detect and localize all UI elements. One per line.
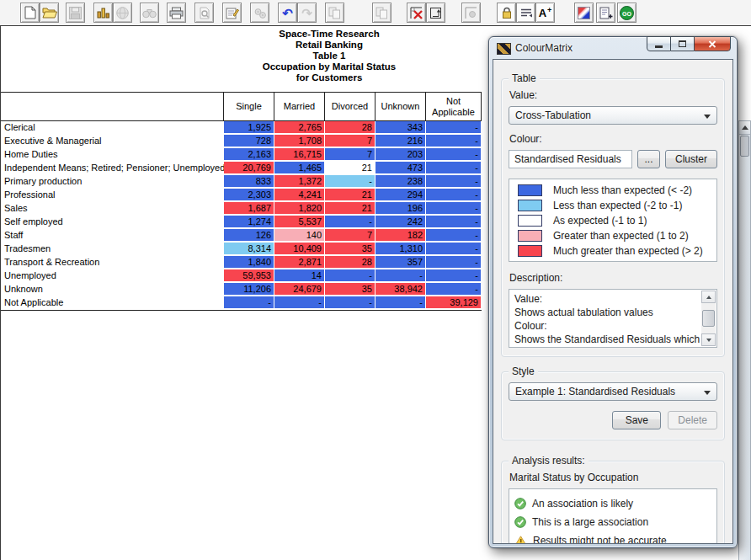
scroll-down-button[interactable] bbox=[701, 333, 716, 346]
table-cell[interactable]: - bbox=[426, 243, 482, 256]
font-size-button[interactable]: A+ bbox=[535, 3, 555, 23]
print-button[interactable] bbox=[167, 3, 186, 23]
table-cell[interactable]: 21 bbox=[325, 189, 376, 202]
go-button[interactable]: GO bbox=[617, 3, 636, 23]
table-cell[interactable]: 28 bbox=[325, 121, 376, 135]
main-vertical-scrollbar[interactable] bbox=[738, 120, 751, 560]
table-cell[interactable]: 4,241 bbox=[274, 189, 325, 202]
table-cell[interactable]: 5,537 bbox=[274, 216, 325, 229]
table-cell[interactable]: - bbox=[426, 269, 482, 283]
table-cell[interactable]: 16,715 bbox=[274, 148, 325, 162]
table-cell[interactable]: 8,314 bbox=[224, 243, 274, 256]
table-cell[interactable]: 126 bbox=[224, 229, 274, 243]
table-cell[interactable]: - bbox=[325, 216, 376, 229]
edit-table-button[interactable] bbox=[222, 3, 242, 23]
table-cell[interactable]: - bbox=[426, 189, 482, 202]
table-cell[interactable]: 2,163 bbox=[224, 148, 274, 162]
table-cell[interactable]: 238 bbox=[376, 175, 426, 189]
table-cell[interactable]: 1,840 bbox=[224, 256, 274, 269]
colour-picker-button[interactable]: ... bbox=[637, 150, 660, 168]
row-header[interactable]: Home Duties bbox=[1, 148, 224, 162]
open-file-button[interactable] bbox=[40, 3, 59, 23]
table-cell[interactable]: 7 bbox=[325, 148, 376, 162]
chart-view-button[interactable] bbox=[93, 3, 113, 23]
value-combobox[interactable]: Cross-Tabulation bbox=[509, 106, 717, 125]
row-header[interactable]: Unknown bbox=[1, 283, 224, 296]
table-cell[interactable]: 14 bbox=[274, 269, 325, 283]
table-cell[interactable]: 1,465 bbox=[274, 162, 325, 175]
table-cell[interactable]: - bbox=[426, 121, 482, 135]
table-cell[interactable]: 1,310 bbox=[376, 243, 426, 256]
row-header[interactable]: Staff bbox=[1, 229, 224, 243]
row-header[interactable]: Executive & Managerial bbox=[1, 135, 224, 148]
transpose-table-button[interactable] bbox=[426, 3, 445, 23]
table-cell[interactable]: 1,820 bbox=[274, 202, 325, 216]
table-cell[interactable]: 203 bbox=[376, 148, 426, 162]
column-header[interactable]: Unknown bbox=[376, 93, 426, 120]
table-cell[interactable]: 21 bbox=[325, 202, 376, 216]
table-cell[interactable]: - bbox=[426, 135, 482, 148]
table-cell[interactable]: 35 bbox=[325, 243, 376, 256]
table-cell[interactable]: 2,871 bbox=[274, 256, 325, 269]
table-cell[interactable]: 216 bbox=[376, 135, 426, 148]
table-cell[interactable]: 7 bbox=[325, 229, 376, 243]
row-header[interactable]: Clerical bbox=[1, 121, 224, 135]
maximize-button[interactable] bbox=[671, 36, 694, 51]
row-header[interactable]: Not Applicable bbox=[1, 296, 224, 310]
table-cell[interactable]: 1,708 bbox=[274, 135, 325, 148]
table-cell[interactable]: - bbox=[426, 162, 482, 175]
table-cell[interactable]: 357 bbox=[376, 256, 426, 269]
table-cell[interactable]: 21 bbox=[325, 162, 376, 175]
column-header[interactable]: Not Applicable bbox=[426, 93, 482, 120]
table-cell[interactable]: - bbox=[376, 296, 426, 310]
table-cell[interactable]: 59,953 bbox=[224, 269, 274, 283]
add-annotation-button[interactable] bbox=[596, 3, 615, 23]
colour-matrix-button[interactable] bbox=[574, 3, 594, 23]
scroll-up-button[interactable] bbox=[701, 291, 716, 303]
table-cell[interactable]: 1,687 bbox=[224, 202, 274, 216]
table-cell[interactable]: 833 bbox=[224, 175, 274, 189]
cluster-button[interactable]: Cluster bbox=[665, 150, 717, 168]
dialog-titlebar[interactable]: ColourMatrix bbox=[489, 37, 737, 59]
table-cell[interactable]: 1,372 bbox=[274, 175, 325, 189]
table-cell[interactable]: 196 bbox=[376, 202, 426, 216]
table-cell[interactable]: 182 bbox=[376, 229, 426, 243]
table-cell[interactable]: - bbox=[426, 202, 482, 216]
table-cell[interactable]: - bbox=[426, 175, 482, 189]
table-cell[interactable]: 2,303 bbox=[224, 189, 274, 202]
table-cell[interactable]: - bbox=[426, 256, 482, 269]
column-header[interactable]: Single bbox=[224, 93, 274, 120]
close-button[interactable] bbox=[694, 36, 731, 51]
table-cell[interactable]: 728 bbox=[224, 135, 274, 148]
scrollbar-thumb[interactable] bbox=[702, 310, 715, 327]
table-cell[interactable]: - bbox=[426, 283, 482, 296]
table-cell[interactable]: 28 bbox=[325, 256, 376, 269]
row-header[interactable]: Independent Means; Retired; Pensioner; U… bbox=[1, 162, 224, 175]
scroll-up-button[interactable] bbox=[739, 121, 750, 135]
colour-input[interactable]: Standardised Residuals bbox=[509, 150, 632, 168]
delete-item-button[interactable] bbox=[407, 3, 426, 23]
row-header[interactable]: Self employed bbox=[1, 216, 224, 229]
row-header[interactable]: Primary production bbox=[1, 175, 224, 189]
style-combobox[interactable]: Example 1: Standardised Residuals bbox=[509, 382, 717, 401]
save-button[interactable]: Save bbox=[612, 411, 661, 429]
scrollbar-track[interactable] bbox=[701, 303, 716, 333]
table-cell[interactable]: - bbox=[426, 229, 482, 243]
row-header[interactable]: Sales bbox=[1, 202, 224, 216]
scrollbar-thumb[interactable] bbox=[740, 136, 749, 157]
table-cell[interactable]: - bbox=[325, 175, 376, 189]
row-header[interactable]: Unemployed bbox=[1, 269, 224, 283]
table-cell[interactable]: - bbox=[325, 269, 376, 283]
row-header[interactable]: Professional bbox=[1, 189, 224, 202]
table-cell[interactable]: 242 bbox=[376, 216, 426, 229]
table-cell[interactable]: 24,679 bbox=[274, 283, 325, 296]
table-cell[interactable]: 39,129 bbox=[426, 296, 482, 310]
table-cell[interactable]: 10,409 bbox=[274, 243, 325, 256]
lock-button[interactable] bbox=[497, 3, 516, 23]
minimize-button[interactable] bbox=[647, 36, 671, 51]
table-cell[interactable]: 343 bbox=[376, 121, 426, 135]
column-header[interactable]: Divorced bbox=[325, 93, 376, 120]
row-options-button[interactable] bbox=[516, 3, 535, 23]
table-cell[interactable]: 11,206 bbox=[224, 283, 274, 296]
undo-button[interactable]: ↶ bbox=[278, 3, 297, 23]
